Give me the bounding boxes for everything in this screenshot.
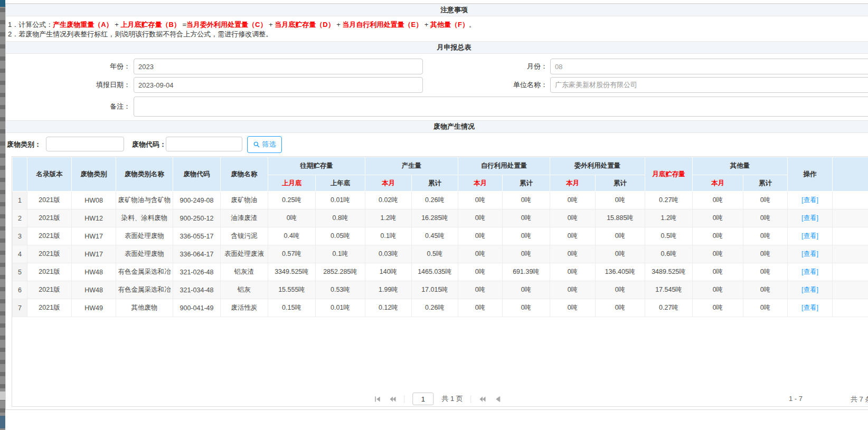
data-cell: 0吨 (743, 192, 788, 209)
data-cell: 2021版 (27, 245, 72, 263)
data-cell: 0.01吨 (316, 192, 365, 209)
year-field[interactable] (134, 59, 423, 74)
view-link[interactable]: [查看] (801, 286, 818, 293)
column-header: 名录版本 (27, 157, 72, 192)
column-header: 累计 (596, 175, 645, 192)
data-cell: HW17 (72, 245, 116, 263)
table-row: 22021版HW12染料、涂料废物900-250-12油漆废渣0吨0.8吨1.2… (13, 209, 868, 227)
month-field[interactable] (550, 59, 868, 74)
data-cell: 1465.035吨 (412, 263, 458, 281)
data-cell: 0吨 (503, 245, 550, 263)
data-cell: 16.285吨 (412, 209, 458, 227)
data-cell: 2021版 (27, 192, 72, 209)
column-header: 上年底 (316, 175, 365, 192)
data-cell: 0.1吨 (316, 245, 365, 263)
data-cell: 0吨 (458, 299, 503, 317)
data-cell: 0吨 (693, 299, 743, 317)
data-cell: HW48 (72, 281, 116, 299)
data-cell: 0吨 (743, 227, 788, 245)
column-header: 其他量 (693, 157, 788, 175)
formula-operator: + (422, 21, 430, 28)
view-link[interactable]: [查看] (801, 214, 818, 222)
data-cell: 15.885吨 (596, 209, 645, 227)
data-cell: 2021版 (27, 281, 72, 299)
column-header: 委外利用处置量 (550, 157, 645, 175)
prev-page-icon[interactable] (389, 396, 396, 403)
data-cell: 2021版 (27, 227, 72, 245)
column-header: 产生量 (365, 157, 458, 175)
remark-field[interactable] (134, 97, 868, 117)
data-cell: 0吨 (693, 227, 743, 245)
data-cell: 0吨 (458, 263, 503, 281)
data-cell: 0吨 (550, 263, 596, 281)
clipped-cell (833, 245, 868, 263)
column-header: 本月 (693, 175, 743, 192)
clipped-cell (833, 281, 868, 299)
waste-code-filter-label: 废物代码： (132, 137, 166, 152)
action-cell: [查看] (788, 209, 833, 227)
action-cell: [查看] (788, 281, 833, 299)
view-link[interactable]: [查看] (801, 268, 818, 275)
pagination: 共 1 页 (374, 392, 501, 406)
formula-term: 当月委外利用处置量（C） (186, 21, 267, 28)
data-cell: 0.5吨 (412, 245, 458, 263)
view-link[interactable]: [查看] (801, 250, 818, 257)
action-cell: [查看] (788, 263, 833, 281)
data-cell: 0吨 (743, 209, 788, 227)
data-cell: 2021版 (27, 209, 72, 227)
last-page-icon[interactable] (494, 396, 501, 403)
formula-operator: = (181, 21, 186, 28)
first-page-icon[interactable] (374, 396, 381, 403)
action-cell: [查看] (788, 299, 833, 317)
data-cell: 0吨 (743, 245, 788, 263)
clipped-cell (833, 263, 868, 281)
page-number-input[interactable] (412, 393, 433, 405)
data-cell: 0吨 (743, 299, 788, 317)
fill-date-field[interactable] (134, 77, 423, 93)
data-cell: 0吨 (693, 192, 743, 209)
data-cell: 0.6吨 (645, 245, 693, 263)
view-link[interactable]: [查看] (801, 232, 818, 240)
unit-name-field[interactable] (550, 77, 868, 93)
view-link[interactable]: [查看] (801, 304, 818, 311)
data-cell: 表面处理废物 (116, 227, 173, 245)
formula-term: 上月底贮存量（B） (120, 21, 180, 28)
formula-term: 产生废物重量（A） (53, 21, 112, 28)
data-cell: 691.39吨 (503, 263, 550, 281)
notice-formula-line: 1．计算公式：产生废物重量（A） + 上月底贮存量（B） =当月委外利用处置量（… (8, 20, 863, 30)
data-cell: 0吨 (550, 299, 596, 317)
summary-title: 月申报总表 (40, 42, 868, 53)
waste-code-filter-input[interactable] (166, 137, 242, 151)
formula-operator: 。 (469, 21, 476, 28)
waste-category-filter-input[interactable] (46, 137, 124, 151)
data-cell: 0.27吨 (645, 192, 693, 209)
data-cell: 0吨 (743, 281, 788, 299)
data-cell: 17.545吨 (645, 281, 693, 299)
total-pages-label: 共 1 页 (441, 394, 463, 404)
data-cell: 0吨 (550, 209, 596, 227)
data-cell: 0吨 (596, 299, 645, 317)
view-link[interactable]: [查看] (801, 196, 818, 204)
background-sliver-light (0, 391, 5, 400)
data-cell: 0吨 (596, 281, 645, 299)
data-cell: HW08 (72, 192, 116, 209)
data-cell: 表面处理废物 (116, 245, 173, 263)
row-index: 3 (13, 227, 27, 245)
data-cell: 0吨 (693, 245, 743, 263)
data-cell: 0吨 (550, 245, 596, 263)
filter-button[interactable]: 筛选 (247, 136, 282, 153)
data-cell: 136.405吨 (596, 263, 645, 281)
clipped-cell (833, 209, 868, 227)
next-page-icon[interactable] (479, 396, 486, 403)
data-cell: 0.15吨 (268, 299, 316, 317)
data-cell: 有色金属采选和冶 (116, 281, 173, 299)
data-cell: 0.26吨 (412, 192, 458, 209)
summary-section-header: 月申报总表 (6, 41, 868, 54)
declaration-panel: 注意事项 1．计算公式：产生废物重量（A） + 上月底贮存量（B） =当月委外利… (5, 3, 868, 410)
data-cell: 0.1吨 (365, 227, 412, 245)
data-cell: 0.25吨 (268, 192, 316, 209)
data-cell: 有色金属采选和冶 (116, 263, 173, 281)
data-cell: 表面处理废液 (221, 245, 268, 263)
data-cell: 1.2吨 (365, 209, 412, 227)
data-cell: 0吨 (503, 281, 550, 299)
